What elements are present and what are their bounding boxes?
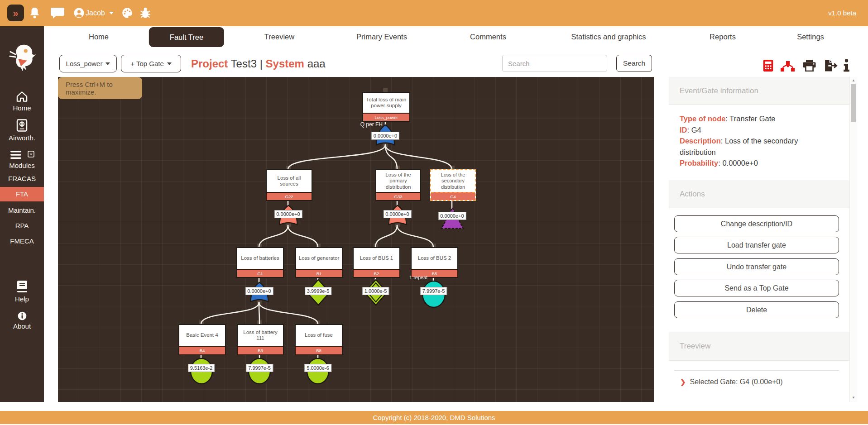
sidebar-item-fta[interactable]: FTA	[0, 187, 44, 201]
scroll-up-icon[interactable]: ▲	[850, 78, 857, 82]
node-id-bar: B1	[296, 269, 342, 277]
divider	[674, 370, 839, 371]
gate-value-G1: 0.0000e+0	[245, 287, 273, 295]
delete-button[interactable]: Delete	[674, 301, 839, 318]
sidebar-item-about[interactable]: About	[0, 311, 44, 330]
info-circle-icon	[18, 311, 27, 320]
field-id: IDG4	[680, 124, 832, 136]
scroll-down-icon[interactable]: ▼	[850, 396, 857, 400]
scrollbar-thumb[interactable]	[851, 84, 856, 122]
tree-node-Loss_power[interactable]: Total loss of main power supplyLoss_powe…	[362, 92, 410, 122]
tree-node-G22[interactable]: Loss of all sourcesG22	[266, 169, 312, 201]
tree-node-B4[interactable]: Basic Event 4B4	[178, 324, 226, 355]
tree-node-B5[interactable]: Loss of BUS 2B5	[411, 247, 458, 278]
load-transfer-gate-button[interactable]: Load transfer gate	[674, 237, 839, 253]
repeat-label: 1 repeat	[409, 275, 427, 280]
tab-comments[interactable]: Comments	[470, 26, 506, 48]
tree-node-B3[interactable]: Loss of battery 111B3	[237, 324, 284, 355]
search-input[interactable]	[502, 55, 607, 72]
user-menu-caret-icon[interactable]	[109, 12, 114, 14]
tab-settings[interactable]: Settings	[797, 26, 824, 48]
node-id-bar: G33	[376, 192, 420, 200]
tab-reports[interactable]: Reports	[710, 26, 736, 48]
export-file-icon[interactable]	[824, 59, 838, 74]
node-label: Total loss of main power supply	[363, 93, 409, 113]
gate-value-B5: 7.9997e-5	[420, 287, 447, 295]
change-description-id-button[interactable]: Change description/ID	[674, 215, 839, 232]
add-top-gate-dropdown[interactable]: + Top Gate	[121, 55, 181, 72]
sidebar-expand-button[interactable]: »	[7, 5, 24, 21]
sidebar-item-home[interactable]: Home	[0, 91, 44, 112]
tree-node-G4[interactable]: Loss of the secondary distributionG4	[430, 169, 476, 201]
chevron-right-icon: ❯	[680, 378, 686, 386]
sidebar-item-fmeca[interactable]: FMECA	[0, 237, 44, 245]
node-label: Loss of batteries	[237, 248, 283, 269]
sidebar-item-rpa[interactable]: RPA	[0, 222, 44, 229]
user-name[interactable]: Jacob	[86, 0, 105, 26]
caret-down-icon	[106, 62, 110, 65]
sidebar-item-help[interactable]: Help	[0, 280, 44, 303]
fault-tree-canvas[interactable]: Total loss of main power supplyLoss_powe…	[58, 77, 654, 402]
node-id-bar: B3	[238, 346, 283, 354]
field-type-of-node: Type of nodeTransfer Gate	[680, 113, 832, 124]
node-id-bar: G4	[431, 192, 475, 200]
info-panel: Event/Gate information Type of nodeTrans…	[669, 77, 857, 402]
node-id-bar: B4	[179, 346, 225, 354]
print-icon[interactable]	[802, 59, 816, 73]
tree-node-B2[interactable]: Loss of BUS 1B2	[353, 247, 400, 278]
gate-value-B1: 3.9999e-5	[305, 287, 332, 295]
tab-home[interactable]: Home	[89, 26, 109, 48]
chat-icon[interactable]	[50, 7, 65, 21]
caret-down-icon	[167, 62, 172, 65]
sidebar-item-modules[interactable]: Modules	[0, 150, 44, 169]
node-label: Loss of the primary distribution	[376, 170, 420, 192]
node-id-bar: B8	[296, 346, 342, 354]
gate-select-dropdown[interactable]: Loss_power	[59, 55, 117, 72]
panel-scrollbar[interactable]: ▲ ▼	[849, 77, 857, 402]
app-window: » Jacob v1.0 beta Home Fault Tree Treevi…	[0, 0, 868, 425]
tab-treeview[interactable]: Treeview	[264, 26, 294, 48]
undo-transfer-gate-button[interactable]: Undo transfer gate	[674, 258, 839, 275]
gate-value-B3: 7.9997e-5	[246, 364, 273, 372]
treeview-selected-gate[interactable]: ❯ Selected Gate: G4 (0.00e+0)	[680, 377, 783, 387]
node-label: Loss of BUS 2	[412, 248, 457, 269]
treeview-header: Treeview	[669, 332, 850, 361]
tree-node-B1[interactable]: Loss of generatorB1	[295, 247, 343, 278]
event-gate-info-fields: Type of nodeTransfer Gate IDG4 Descripti…	[680, 113, 832, 169]
version-label: v1.0 beta	[828, 0, 856, 26]
search-button[interactable]: Search	[616, 55, 652, 72]
sidebar-item-airworthiness[interactable]: Airworth.	[0, 119, 44, 142]
node-label: Loss of generator	[296, 248, 342, 269]
tab-statistics-and-graphics[interactable]: Statistics and graphics	[571, 26, 646, 48]
footer: Copyright (c) 2018-2020, DMD Solutions	[0, 411, 868, 424]
notifications-bell-icon[interactable]	[29, 6, 41, 22]
node-id-bar: B2	[354, 269, 399, 277]
sidebar-item-fracas[interactable]: FRACAS	[0, 175, 44, 182]
sidebar-item-maintain[interactable]: Maintain.	[0, 206, 44, 214]
tree-node-B8[interactable]: Loss of fuseB8	[295, 324, 343, 355]
debug-bug-icon[interactable]	[139, 6, 152, 21]
send-as-top-gate-button[interactable]: Send as a Top Gate	[674, 280, 839, 296]
page-title: Project Test3 | System aaa	[191, 55, 326, 73]
node-label: Loss of BUS 1	[354, 248, 399, 269]
info-icon[interactable]	[843, 59, 850, 74]
home-icon	[16, 91, 28, 102]
calculate-icon[interactable]	[762, 59, 774, 74]
minimal-cut-sets-icon[interactable]	[780, 61, 796, 74]
user-avatar-icon[interactable]	[73, 7, 85, 20]
tree-node-G33[interactable]: Loss of the primary distributionG33	[375, 169, 421, 201]
modules-expand-icon[interactable]	[28, 151, 34, 159]
node-label: Loss of fuse	[296, 325, 342, 346]
gate-value-G22: 0.0000e+0	[274, 210, 302, 218]
tab-fault-tree[interactable]: Fault Tree	[149, 27, 224, 47]
gate-value-B8: 5.0000e-6	[304, 364, 331, 372]
q-per-fh-label: Q per FH	[360, 121, 383, 128]
theme-palette-icon[interactable]	[121, 7, 134, 21]
maximize-tooltip: Press Ctrl+M to maximize.	[58, 77, 142, 99]
node-id-bar: G1	[237, 269, 283, 277]
gate-value-B4: 9.5163e-2	[188, 364, 215, 372]
gate-value-Loss_power: 0.0000e+0	[371, 132, 399, 140]
tab-primary-events[interactable]: Primary Events	[356, 26, 407, 48]
tree-node-G1[interactable]: Loss of batteriesG1	[236, 247, 284, 278]
gate-value-G4: 0.0000e+0	[438, 212, 466, 220]
